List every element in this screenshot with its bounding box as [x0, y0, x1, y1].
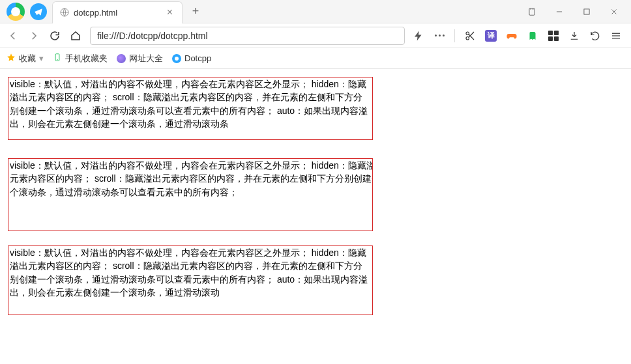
dotcpp-bookmark[interactable]: Dotcpp	[172, 53, 211, 63]
gamepad-icon[interactable]	[506, 30, 518, 42]
globe-icon	[59, 7, 70, 18]
browser-tab[interactable]: dotcpp.html ×	[52, 1, 183, 23]
url-text: file:///D:/dotcpp/dotcpp.html	[97, 31, 208, 41]
svg-rect-1	[529, 8, 535, 15]
download-icon[interactable]	[568, 30, 580, 42]
forward-button[interactable]	[27, 29, 40, 42]
mobile-favorites-label: 手机收藏夹	[65, 53, 108, 64]
translate-icon[interactable]: 译	[485, 30, 497, 42]
phone-icon	[53, 53, 62, 64]
tab-title: dotcpp.html	[74, 8, 164, 18]
reload-button[interactable]	[48, 29, 61, 42]
address-bar: file:///D:/dotcpp/dotcpp.html 译	[0, 23, 631, 48]
dotcpp-icon	[172, 54, 181, 63]
overflow-text-3: visible：默认值，对溢出的内容不做处理，内容会在元素内容区之外显示； hi…	[10, 246, 371, 315]
close-tab-icon[interactable]: ×	[164, 7, 175, 18]
hamburger-menu-icon[interactable]	[610, 30, 622, 42]
favorites-label: 收藏	[19, 53, 36, 64]
star-icon	[7, 53, 16, 64]
minimize-button[interactable]	[546, 2, 572, 21]
scissors-icon[interactable]	[464, 30, 476, 42]
close-window-button[interactable]	[601, 2, 627, 21]
home-button[interactable]	[69, 29, 82, 42]
undo-icon[interactable]	[589, 30, 601, 42]
svg-point-7	[466, 36, 469, 40]
titlebar: dotcpp.html × +	[0, 0, 631, 23]
overflow-text-1: visible：默认值，对溢出的内容不做处理，内容会在元素内容区之外显示； hi…	[10, 77, 371, 156]
mobile-favorites-button[interactable]: 手机收藏夹	[53, 53, 108, 64]
url-input[interactable]: file:///D:/dotcpp/dotcpp.html	[90, 27, 405, 45]
apps-grid-icon[interactable]	[548, 30, 559, 42]
web-nav-label: 网址大全	[129, 53, 163, 64]
more-icon[interactable]	[433, 30, 445, 42]
favorites-button[interactable]: 收藏 ▾	[7, 53, 44, 64]
page-content: visible：默认值，对溢出的内容不做处理，内容会在元素内容区之外显示； hi…	[0, 69, 631, 337]
account-icon[interactable]	[519, 2, 545, 21]
lightning-icon[interactable]	[413, 30, 424, 42]
dotcpp-label: Dotcpp	[184, 53, 211, 63]
bookmarks-bar: 收藏 ▾ 手机收藏夹 网址大全 Dotcpp	[0, 48, 631, 69]
browser-logo-icon	[7, 3, 25, 21]
telegram-icon[interactable]	[30, 3, 47, 20]
overflow-box-auto[interactable]: visible：默认值，对溢出的内容不做处理，内容会在元素内容区之外显示； hi…	[8, 245, 373, 315]
back-button[interactable]	[7, 29, 20, 42]
maximize-button[interactable]	[574, 2, 600, 21]
web-nav-bookmark[interactable]: 网址大全	[117, 53, 163, 64]
globe-purple-icon	[117, 54, 126, 63]
new-tab-button[interactable]: +	[186, 3, 205, 21]
book-icon[interactable]	[527, 30, 538, 42]
svg-rect-3	[584, 8, 589, 14]
overflow-text-2: visible：默认值，对溢出的内容不做处理，内容会在元素内容区之外显示； hi…	[10, 159, 373, 199]
overflow-box-scroll[interactable]: visible：默认值，对溢出的内容不做处理，内容会在元素内容区之外显示； hi…	[8, 158, 373, 231]
svg-point-6	[466, 32, 469, 35]
overflow-box-visible: visible：默认值，对溢出的内容不做处理，内容会在元素内容区之外显示； hi…	[8, 77, 373, 140]
